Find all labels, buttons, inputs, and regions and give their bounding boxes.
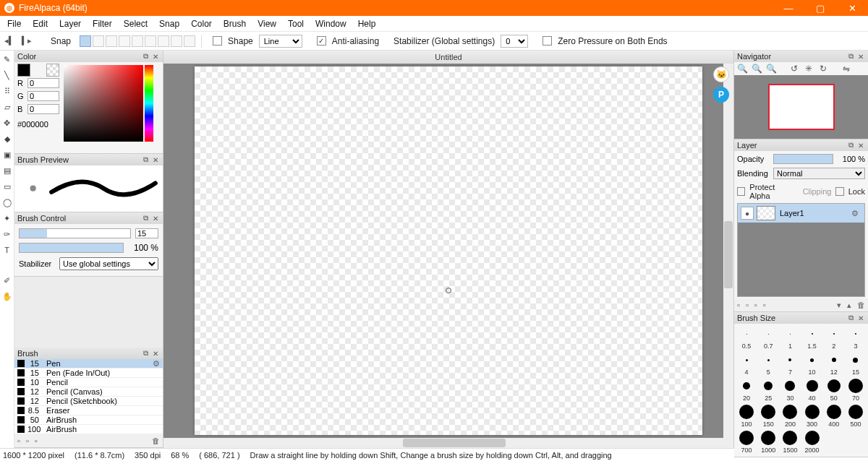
menu-layer[interactable]: Layer xyxy=(54,17,87,31)
brush-size-cell[interactable]: 700 xyxy=(737,431,756,454)
snap-vanish-button[interactable] xyxy=(119,35,130,47)
brush-size-cell[interactable]: 12 xyxy=(825,353,843,376)
snap-curve-button[interactable] xyxy=(158,35,169,47)
vertical-scrollbar[interactable] xyxy=(723,64,733,438)
opacity-slider[interactable] xyxy=(19,243,124,253)
snap-off-button[interactable] xyxy=(80,35,91,47)
navigator-thumbnail[interactable] xyxy=(768,84,835,130)
menu-brush[interactable]: Brush xyxy=(218,17,252,31)
background-swatch[interactable] xyxy=(46,64,59,77)
menu-edit[interactable]: Edit xyxy=(27,17,54,31)
menu-tool[interactable]: Tool xyxy=(282,17,310,31)
layer-list[interactable]: ● Layer1 ⚙ xyxy=(737,203,865,297)
panel-close-icon[interactable]: ✕ xyxy=(151,349,160,358)
merge-icon[interactable]: ▫ xyxy=(763,301,766,309)
panel-undock-icon[interactable]: ⧉ xyxy=(141,349,150,358)
panel-undock-icon[interactable]: ⧉ xyxy=(141,214,150,223)
brush-size-cell[interactable]: 500 xyxy=(846,405,865,428)
panel-undock-icon[interactable]: ⧉ xyxy=(846,141,855,150)
text-tool-icon[interactable]: T xyxy=(1,244,13,256)
panel-close-icon[interactable]: ✕ xyxy=(856,52,865,61)
brush-list-row[interactable]: 10Pencil xyxy=(14,378,163,387)
zoom-out-icon[interactable]: 🔍 xyxy=(752,64,762,74)
panel-close-icon[interactable]: ✕ xyxy=(151,214,160,223)
select-pen-tool-icon[interactable]: ✑ xyxy=(1,228,13,240)
blending-select[interactable]: Normal xyxy=(773,168,865,179)
brush-size-cell[interactable]: 30 xyxy=(780,379,799,402)
canvas-viewport[interactable]: 🐱 P xyxy=(163,64,733,438)
lock-checkbox[interactable] xyxy=(835,187,843,196)
new-folder-icon[interactable]: ▫ xyxy=(746,301,749,309)
stabilizer-select[interactable]: Use global settings xyxy=(59,257,158,270)
brush-size-cell[interactable]: 100 xyxy=(737,405,756,428)
delete-brush-icon[interactable]: 🗑 xyxy=(152,436,160,445)
panel-undock-icon[interactable]: ⧉ xyxy=(141,52,150,61)
menu-snap[interactable]: Snap xyxy=(153,17,185,31)
redo-icon[interactable]: ▍▸ xyxy=(20,35,33,48)
zoom-in-icon[interactable]: 🔍 xyxy=(737,64,747,74)
snap-parallel-button[interactable] xyxy=(93,35,104,47)
pencil-tool-icon[interactable]: ╲ xyxy=(1,69,13,81)
brush-size-cell[interactable]: 20 xyxy=(737,379,756,402)
menu-filter[interactable]: Filter xyxy=(87,17,118,31)
brush-size-cell[interactable]: 25 xyxy=(759,379,778,402)
panel-close-icon[interactable]: ✕ xyxy=(151,52,160,61)
dup-brush-icon[interactable]: ▫ xyxy=(35,436,38,445)
sv-picker[interactable] xyxy=(64,65,143,142)
menu-window[interactable]: Window xyxy=(310,17,352,31)
brush-list-row[interactable]: 12Pencil (Sketchbook) xyxy=(14,397,163,406)
panel-close-icon[interactable]: ✕ xyxy=(856,314,865,322)
menu-select[interactable]: Select xyxy=(118,17,153,31)
snap-cross-button[interactable] xyxy=(106,35,117,47)
down-icon[interactable]: ▾ xyxy=(837,301,841,310)
menu-view[interactable]: View xyxy=(252,17,282,31)
brush-list-row[interactable]: 15Pen (Fade In/Out) xyxy=(14,369,163,378)
panel-undock-icon[interactable]: ⧉ xyxy=(141,155,150,164)
size-input[interactable] xyxy=(135,228,158,238)
brush-size-cell[interactable]: 400 xyxy=(825,405,843,428)
brush-size-cell[interactable]: 40 xyxy=(802,379,821,402)
layer-visibility-icon[interactable]: ● xyxy=(741,207,754,220)
menu-file[interactable]: File xyxy=(1,17,27,31)
horizontal-scrollbar[interactable] xyxy=(163,438,733,448)
shape-checkbox[interactable] xyxy=(213,36,222,46)
zoom-fit-icon[interactable]: 🔍 xyxy=(766,64,776,74)
r-input[interactable] xyxy=(27,78,59,88)
layer-opacity-slider[interactable] xyxy=(773,154,833,164)
panel-close-icon[interactable]: ✕ xyxy=(856,141,865,150)
brush-size-cell[interactable]: 15 xyxy=(846,353,865,376)
canvas[interactable] xyxy=(195,66,702,435)
brush-size-cell[interactable]: 1500 xyxy=(780,431,799,454)
add-brush-icon[interactable]: ▫ xyxy=(17,436,20,445)
protect-alpha-checkbox[interactable] xyxy=(737,187,745,196)
panel-close-icon[interactable]: ✕ xyxy=(151,155,160,164)
add-group-icon[interactable]: ▫ xyxy=(26,436,29,445)
pixiv-icon[interactable]: P xyxy=(713,87,729,103)
g-input[interactable] xyxy=(27,91,59,101)
menu-help[interactable]: Help xyxy=(352,17,382,31)
snap-radial-button[interactable] xyxy=(132,35,143,47)
brush-size-cell[interactable]: 0.7 xyxy=(759,327,778,350)
brush-size-cell[interactable]: 1 xyxy=(780,327,799,350)
fill-tool-icon[interactable]: ◆ xyxy=(1,133,13,145)
document-tab[interactable]: Untitled xyxy=(163,51,733,64)
brush-list-row[interactable]: 12Pencil (Canvas) xyxy=(14,387,163,397)
bucket-tool-icon[interactable]: ▣ xyxy=(1,149,13,160)
foreground-swatch[interactable] xyxy=(17,64,30,77)
select-rect-tool-icon[interactable]: ▭ xyxy=(1,181,13,192)
select-wand-tool-icon[interactable]: ✦ xyxy=(1,212,13,224)
size-slider[interactable] xyxy=(19,228,131,238)
brush-list[interactable]: 15Pen⚙15Pen (Fade In/Out)10Pencil12Penci… xyxy=(14,359,163,434)
brush-size-cell[interactable]: 5 xyxy=(759,353,778,376)
brush-size-cell[interactable]: 50 xyxy=(825,379,843,402)
rotate-reset-icon[interactable]: ✳ xyxy=(804,64,814,74)
brush-list-row[interactable]: 15Pen⚙ xyxy=(14,359,163,369)
select-lasso-tool-icon[interactable]: ◯ xyxy=(1,197,13,208)
eraser-tool-icon[interactable]: ▱ xyxy=(1,101,13,113)
dot-tool-icon[interactable]: ⠿ xyxy=(1,85,13,97)
brush-size-cell[interactable]: 4 xyxy=(737,353,756,376)
brush-size-cell[interactable]: 300 xyxy=(802,405,821,428)
panel-undock-icon[interactable]: ⧉ xyxy=(846,52,855,61)
flip-icon[interactable]: ⇋ xyxy=(841,64,851,74)
antialias-checkbox[interactable] xyxy=(317,36,326,46)
